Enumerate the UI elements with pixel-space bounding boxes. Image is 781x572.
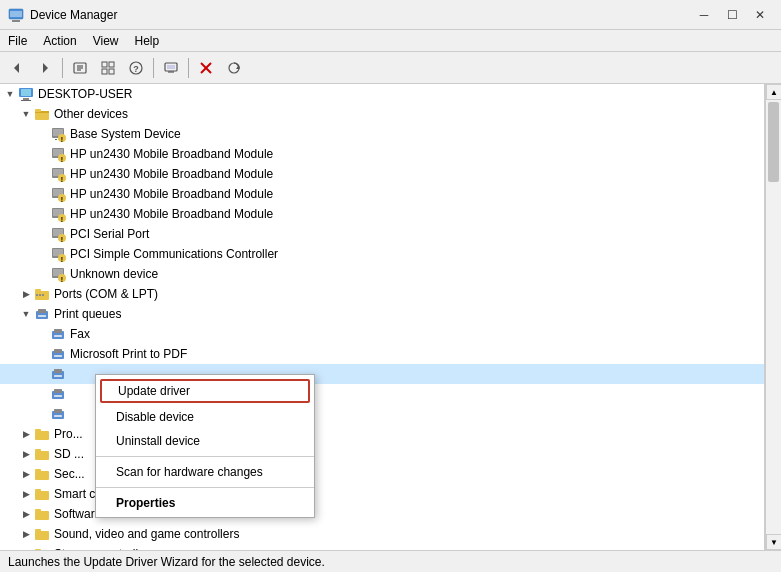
tree-hp3[interactable]: ! HP un2430 Mobile Broadband Module [0,184,764,204]
scan-hardware-menu-item[interactable]: Scan for hardware changes [96,460,314,484]
app-icon [8,7,24,23]
status-bar: Launches the Update Driver Wizard for th… [0,550,781,572]
category-icon [34,426,50,442]
toolbar: ? [0,52,781,84]
close-button[interactable]: ✕ [747,5,773,25]
scroll-thumb[interactable] [768,102,779,182]
window-title: Device Manager [30,8,691,22]
main-area: ▼ DESKTOP-USER ▼ Other de [0,84,781,550]
properties-button[interactable] [67,56,93,80]
vertical-scrollbar[interactable]: ▲ ▼ [765,84,781,550]
expand-placeholder [34,126,50,142]
scroll-down-arrow[interactable]: ▼ [766,534,781,550]
tree-hp4[interactable]: ! HP un2430 Mobile Broadband Module [0,204,764,224]
update-driver-menu-item[interactable]: Update driver [100,379,310,403]
device-tree[interactable]: ▼ DESKTOP-USER ▼ Other de [0,84,765,550]
printer-icon [50,366,66,382]
tree-root[interactable]: ▼ DESKTOP-USER [0,84,764,104]
menu-view[interactable]: View [85,30,127,51]
category-icon [34,486,50,502]
properties-menu-item[interactable]: Properties [96,491,314,515]
scroll-track[interactable] [766,100,781,534]
tree-storage[interactable]: ▶ Storage controllers [0,544,764,550]
warning-device-icon: ! [50,266,66,282]
tree-print-queues[interactable]: ▼ Print queues [0,304,764,324]
svg-rect-25 [21,100,31,101]
print-queues-icon [34,306,50,322]
warning-device-icon: ! [50,206,66,222]
tree-fax[interactable]: Fax [0,324,764,344]
disable-device-menu-item[interactable]: Disable device [96,405,314,429]
svg-rect-96 [35,529,41,532]
list-button[interactable] [95,56,121,80]
tree-ports[interactable]: ▶ Ports (COM & LPT) [0,284,764,304]
tree-sound[interactable]: ▶ Sound, video and game controllers [0,524,764,544]
svg-rect-88 [35,449,41,452]
tree-unknown[interactable]: ! Unknown device [0,264,764,284]
disable-device-label: Disable device [116,410,194,424]
scroll-up-arrow[interactable]: ▲ [766,84,781,100]
expand-icon[interactable]: ▶ [18,506,34,522]
tree-pci-serial[interactable]: ! PCI Serial Port [0,224,764,244]
tree-hp2[interactable]: ! HP un2430 Mobile Broadband Module [0,164,764,184]
svg-rect-63 [35,289,41,292]
proc-label: Pro... [54,427,83,441]
pci-serial-label: PCI Serial Port [70,227,149,241]
svg-rect-31 [55,139,57,140]
tree-ms-print[interactable]: Microsoft Print to PDF [0,344,764,364]
svg-rect-1 [12,20,20,22]
expand-icon[interactable]: ▼ [18,306,34,322]
tree-hp1[interactable]: ! HP un2430 Mobile Broadband Module [0,144,764,164]
tree-pci-simple[interactable]: ! PCI Simple Communications Controller [0,244,764,264]
warning-device-icon: ! [50,166,66,182]
tree-other-devices[interactable]: ▼ Other devices [0,104,764,124]
sec-label: Sec... [54,467,85,481]
computer-view-button[interactable] [158,56,184,80]
expand-icon[interactable]: ▶ [18,426,34,442]
remove-button[interactable] [193,56,219,80]
svg-rect-23 [21,89,31,96]
forward-button[interactable] [32,56,58,80]
svg-text:!: ! [61,136,63,143]
svg-rect-80 [54,389,62,393]
menu-separator-1 [96,456,314,457]
printer-icon [50,406,66,422]
svg-rect-72 [54,335,62,337]
svg-rect-93 [35,511,49,520]
maximize-button[interactable]: ☐ [719,5,745,25]
svg-rect-89 [35,471,49,480]
expand-icon[interactable]: ▶ [18,546,34,550]
menu-action[interactable]: Action [35,30,84,51]
fax-label: Fax [70,327,90,341]
ports-label: Ports (COM & LPT) [54,287,158,301]
expand-icon[interactable]: ▼ [18,106,34,122]
svg-rect-64 [36,294,38,296]
menu-file[interactable]: File [0,30,35,51]
expand-icon[interactable]: ▶ [18,486,34,502]
svg-text:!: ! [61,196,63,203]
svg-rect-95 [35,531,49,540]
storage-label: Storage controllers [54,547,155,550]
svg-text:!: ! [61,176,63,183]
tree-base-system[interactable]: ! Base System Device [0,124,764,144]
base-system-label: Base System Device [70,127,181,141]
ms-print-label: Microsoft Print to PDF [70,347,187,361]
expand-icon[interactable]: ▶ [18,286,34,302]
printer-icon [50,326,66,342]
help-button[interactable]: ? [123,56,149,80]
other-devices-label: Other devices [54,107,128,121]
expand-icon[interactable]: ▼ [2,86,18,102]
back-button[interactable] [4,56,30,80]
tree-root-label: DESKTOP-USER [38,87,132,101]
menu-help[interactable]: Help [127,30,168,51]
uninstall-device-menu-item[interactable]: Uninstall device [96,429,314,453]
ports-category-icon [34,286,50,302]
scan-button[interactable] [221,56,247,80]
update-driver-label: Update driver [118,384,190,398]
minimize-button[interactable]: ─ [691,5,717,25]
expand-icon[interactable]: ▶ [18,526,34,542]
svg-rect-28 [35,109,41,112]
expand-icon[interactable]: ▶ [18,466,34,482]
expand-icon[interactable]: ▶ [18,446,34,462]
svg-text:!: ! [61,276,63,283]
